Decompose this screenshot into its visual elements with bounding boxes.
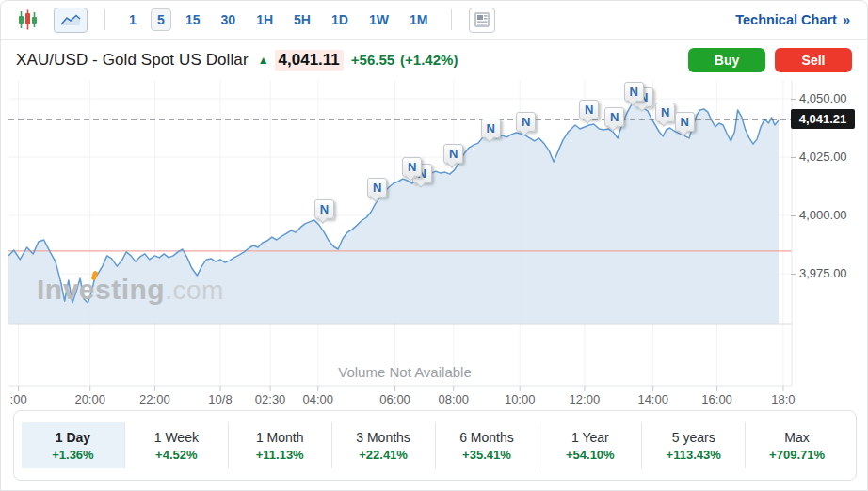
x-axis-tick-label: 12:00	[570, 392, 601, 406]
period-label: Max	[784, 430, 809, 445]
last-price: 4,041.11	[275, 50, 344, 71]
toolbar-divider	[104, 9, 105, 30]
price-chart[interactable]: Investing.com Volume Not Available NNNNN…	[1, 80, 868, 409]
x-axis: :0020:0022:0010/802:3004:0006:0008:0010:…	[1, 392, 868, 409]
timeframe-group: 1515301H5H1D1W1M	[122, 8, 434, 31]
x-axis-tick-label: 10:00	[505, 392, 536, 406]
buy-button[interactable]: Buy	[688, 48, 765, 72]
x-axis-tick-label: 08:00	[439, 392, 470, 406]
performance-periods-bar: 1 Day+1.36%1 Week+4.52%1 Month+11.13%3 M…	[13, 410, 857, 481]
period-label: 1 Year	[571, 430, 609, 445]
period-change-value: +11.13%	[256, 448, 304, 462]
x-axis-tick-label: 16:00	[701, 392, 732, 406]
period-change-value: +709.71%	[769, 448, 825, 462]
period-label: 3 Months	[356, 430, 410, 445]
timeframe-1h[interactable]: 1H	[249, 8, 280, 31]
timeframe-5h[interactable]: 5H	[287, 8, 317, 31]
period-label: 1 Day	[56, 430, 90, 445]
timeframe-15[interactable]: 15	[179, 8, 207, 31]
timeframe-5[interactable]: 5	[151, 8, 171, 31]
period-1-day[interactable]: 1 Day+1.36%	[22, 422, 125, 468]
y-axis-tick-label: 4,050.00	[799, 91, 847, 105]
period-1-month[interactable]: 1 Month+11.13%	[229, 422, 332, 468]
price-up-arrow-icon: ▲	[258, 54, 269, 67]
x-axis-tick-label: 20:00	[74, 392, 105, 406]
instrument-title: XAU/USD - Gold Spot US Dollar	[16, 51, 249, 70]
period-change-value: +22.41%	[359, 448, 408, 462]
price-change-percent: (+1.42%)	[400, 52, 458, 68]
news-panel-icon[interactable]	[469, 8, 495, 33]
y-axis-tick-label: 3,975.00	[799, 266, 847, 280]
x-axis-tick-label: 18:0	[771, 392, 795, 406]
chevron-right-icon: »	[843, 12, 850, 27]
x-axis-tick-label: 04:00	[303, 392, 334, 406]
period-change-value: +54.10%	[566, 448, 615, 462]
timeframe-30[interactable]: 30	[215, 8, 243, 31]
timeframe-1d[interactable]: 1D	[325, 8, 355, 31]
period-change-value: +35.41%	[462, 448, 511, 462]
period-label: 1 Week	[154, 430, 199, 445]
chart-widget: 1515301H5H1D1W1M Technical Chart » XAU/U…	[0, 0, 868, 491]
period-label: 1 Month	[256, 430, 304, 445]
y-axis-tick-label: 4,025.00	[799, 150, 847, 164]
period-label: 5 years	[672, 430, 715, 445]
x-axis-tick-label: 06:00	[379, 392, 410, 406]
period-change-value: +4.52%	[155, 448, 197, 462]
period-1-week[interactable]: 1 Week+4.52%	[125, 422, 229, 468]
y-axis: 4,041.21 4,050.004,025.004,000.003,975.0…	[1, 80, 868, 392]
period-3-months[interactable]: 3 Months+22.41%	[332, 422, 436, 468]
x-axis-tick-label: 10/8	[208, 392, 232, 406]
period-label: 6 Months	[459, 430, 514, 445]
technical-chart-label: Technical Chart	[735, 12, 837, 27]
technical-chart-link[interactable]: Technical Chart »	[735, 12, 850, 27]
period-1-year[interactable]: 1 Year+54.10%	[538, 422, 642, 468]
period-5-years[interactable]: 5 years+113.43%	[642, 422, 746, 468]
instrument-header: XAU/USD - Gold Spot US Dollar ▲ 4,041.11…	[1, 40, 867, 80]
timeframe-1m[interactable]: 1M	[403, 8, 434, 31]
sell-button[interactable]: Sell	[775, 48, 852, 72]
period-change-value: +113.43%	[667, 448, 721, 462]
x-axis-tick-label: 14:00	[637, 392, 668, 406]
candlestick-chart-icon[interactable]	[14, 8, 40, 33]
period-change-value: +1.36%	[52, 448, 93, 462]
x-axis-tick-label: 02:30	[255, 392, 286, 406]
timeframe-1[interactable]: 1	[122, 8, 143, 31]
timeframe-1w[interactable]: 1W	[362, 8, 395, 31]
line-chart-icon[interactable]	[54, 8, 88, 33]
period-cells: 1 Day+1.36%1 Week+4.52%1 Month+11.13%3 M…	[22, 422, 848, 468]
toolbar-divider	[451, 9, 452, 30]
price-change: +56.55	[351, 52, 394, 68]
chart-toolbar: 1515301H5H1D1W1M Technical Chart »	[1, 1, 867, 40]
last-price-axis-tag: 4,041.21	[791, 109, 855, 129]
y-axis-tick-label: 4,000.00	[799, 208, 847, 222]
x-axis-tick-label: 22:00	[139, 392, 170, 406]
period-max[interactable]: Max+709.71%	[746, 422, 848, 468]
period-6-months[interactable]: 6 Months+35.41%	[436, 422, 539, 468]
x-axis-tick-label: :00	[10, 392, 27, 406]
